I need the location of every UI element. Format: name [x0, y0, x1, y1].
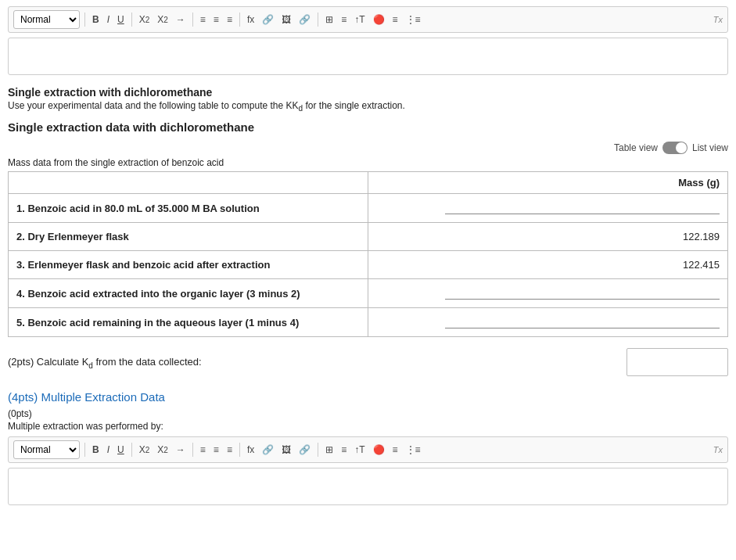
style-select-bottom[interactable]: NormalNormalHeading 1Heading 2Heading 3	[13, 440, 80, 459]
view-toggle-switch[interactable]	[662, 142, 688, 154]
table-row: 3. Erlenmeyer flask and benzoic acid aft…	[9, 251, 728, 279]
calculate-row: (2pts) Calculate Kd from the data collec…	[8, 348, 728, 376]
row-underline-4	[445, 287, 720, 300]
list-btn2[interactable]: ≡	[339, 13, 349, 26]
tx-label-top: Tx	[713, 15, 723, 24]
link-btn[interactable]: 🔗	[260, 13, 276, 26]
row-value-2: 122.189	[368, 223, 728, 251]
red-btn-b[interactable]: 🔴	[371, 443, 387, 456]
row-value-4	[368, 279, 728, 308]
extra-btn1-b[interactable]: ≡	[390, 443, 400, 456]
list-btn2-b[interactable]: ≡	[339, 443, 349, 456]
link-btn-b[interactable]: 🔗	[260, 443, 276, 456]
table-view-label: Table view	[614, 142, 658, 153]
list-btn3-b[interactable]: ↑T	[352, 443, 367, 456]
arrow-btn[interactable]: →	[174, 13, 188, 26]
list1-btn[interactable]: ≡	[198, 13, 208, 26]
arrow-btn-b[interactable]: →	[174, 443, 188, 456]
divider-b2	[131, 443, 132, 457]
row-value-5	[368, 308, 728, 337]
italic-btn[interactable]: I	[105, 13, 112, 26]
list3-btn-b[interactable]: ≡	[224, 443, 235, 456]
divider-b4	[239, 443, 240, 457]
zero-pts-label: (0pts)	[8, 408, 728, 419]
superscript-btn[interactable]: X2	[155, 13, 171, 26]
list3-btn[interactable]: ≡	[224, 13, 235, 26]
fx-btn[interactable]: fx	[245, 13, 257, 26]
calculate-label: (2pts) Calculate Kd from the data collec…	[8, 356, 202, 370]
superscript-btn-b[interactable]: X2	[155, 443, 171, 456]
performed-by-label: Multiple extraction was performed by:	[8, 421, 728, 432]
row-underline-1	[445, 202, 720, 214]
extra-btn2[interactable]: ⋮≡	[404, 13, 423, 26]
img-btn[interactable]: 🖼	[279, 13, 293, 26]
tx-label-bottom: Tx	[713, 445, 723, 454]
italic-btn-b[interactable]: I	[105, 443, 112, 456]
bottom-toolbar[interactable]: NormalNormalHeading 1Heading 2Heading 3 …	[8, 436, 728, 463]
underline-btn[interactable]: U	[115, 13, 127, 26]
single-extraction-subtext: Use your experimental data and the follo…	[8, 100, 728, 113]
row-underline-5	[445, 316, 720, 328]
divider-1	[84, 13, 85, 27]
table-row: 5. Benzoic acid remaining in the aqueous…	[9, 308, 728, 337]
fx-btn-b[interactable]: fx	[245, 443, 257, 456]
underline-btn-b[interactable]: U	[115, 443, 127, 456]
view-toggle-row: Table view List view	[8, 142, 728, 154]
row-label-2: 2. Dry Erlenmeyer flask	[9, 223, 368, 251]
divider-5	[318, 13, 318, 27]
table-label: Mass data from the single extraction of …	[8, 157, 728, 168]
row-label-5: 5. Benzoic acid remaining in the aqueous…	[9, 308, 368, 337]
section-data-title: Single extraction data with dichlorometh…	[8, 120, 728, 134]
style-select-top[interactable]: NormalNormalHeading 1Heading 2Heading 3	[13, 10, 80, 29]
multiple-extraction-heading: (4pts) Multiple Extraction Data	[8, 390, 728, 404]
list1-btn-b[interactable]: ≡	[198, 443, 208, 456]
col-header-mass: Mass (g)	[368, 172, 728, 194]
col-header-label	[9, 172, 368, 194]
list2-btn-b[interactable]: ≡	[211, 443, 221, 456]
table-btn[interactable]: ⊞	[323, 13, 336, 26]
list-view-label: List view	[692, 142, 728, 153]
bottom-editor-area[interactable]	[8, 468, 728, 505]
bold-btn-b[interactable]: B	[90, 443, 102, 456]
divider-2	[131, 13, 132, 27]
single-extraction-table: Mass (g) 1. Benzoic acid in 80.0 mL of 3…	[8, 171, 728, 337]
img-btn-b[interactable]: 🖼	[279, 443, 293, 456]
top-toolbar[interactable]: NormalNormalHeading 1Heading 2Heading 3 …	[8, 6, 728, 33]
divider-3	[192, 13, 193, 27]
calculate-input[interactable]	[626, 348, 728, 376]
row-value-3: 122.415	[368, 251, 728, 279]
extra-btn1[interactable]: ≡	[390, 13, 400, 26]
table-row: 1. Benzoic acid in 80.0 mL of 35.000 M B…	[9, 194, 728, 223]
row-label-3: 3. Erlenmeyer flask and benzoic acid aft…	[9, 251, 368, 279]
divider-4	[239, 13, 240, 27]
row-label-4: 4. Benzoic acid extracted into the organ…	[9, 279, 368, 308]
divider-b1	[84, 443, 85, 457]
divider-b3	[192, 443, 193, 457]
row-label-1: 1. Benzoic acid in 80.0 mL of 35.000 M B…	[9, 194, 368, 223]
single-extraction-heading: Single extraction with dichloromethane	[8, 86, 728, 99]
list-btn3[interactable]: ↑T	[352, 13, 367, 26]
table-row: 4. Benzoic acid extracted into the organ…	[9, 279, 728, 308]
top-editor-area[interactable]	[8, 38, 728, 75]
table-btn-b[interactable]: ⊞	[323, 443, 336, 456]
table-row: 2. Dry Erlenmeyer flask122.189	[9, 223, 728, 251]
list2-btn[interactable]: ≡	[211, 13, 221, 26]
extra-btn2-b[interactable]: ⋮≡	[404, 443, 423, 456]
chain-btn-b[interactable]: 🔗	[296, 443, 313, 456]
subscript-btn[interactable]: X2	[137, 13, 153, 26]
red-btn[interactable]: 🔴	[371, 13, 387, 26]
bold-btn[interactable]: B	[90, 13, 102, 26]
divider-b5	[318, 443, 318, 457]
subscript-btn-b[interactable]: X2	[137, 443, 153, 456]
row-value-1	[368, 194, 728, 223]
chain-btn[interactable]: 🔗	[296, 13, 313, 26]
